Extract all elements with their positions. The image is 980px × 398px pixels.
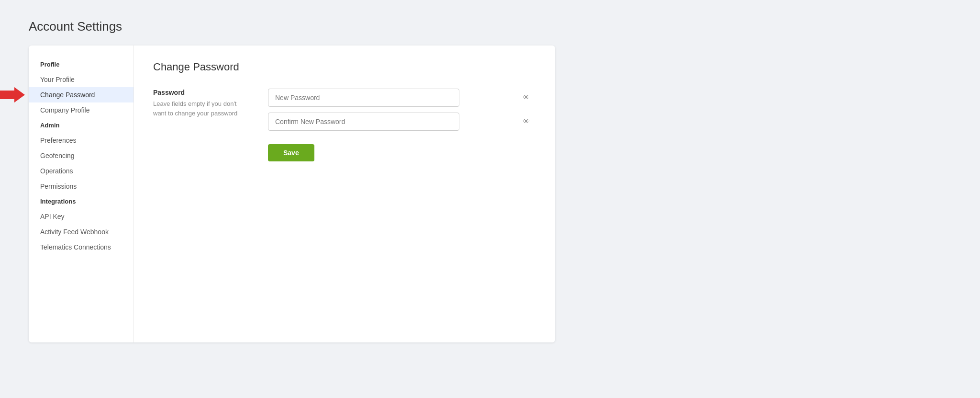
sidebar-item-your-profile[interactable]: Your Profile [29,72,134,87]
sidebar-section-integrations: Integrations API Key Activity Feed Webho… [29,194,134,255]
sidebar-item-preferences[interactable]: Preferences [29,133,134,148]
change-password-form: Password Leave fields empty if you don't… [153,89,536,161]
content-title: Change Password [153,61,536,73]
sidebar-section-profile: Profile Your Profile Change Password Com… [29,57,134,118]
form-label-area: Password Leave fields empty if you don't… [153,89,249,118]
arrow-body [0,91,14,99]
sidebar-item-permissions[interactable]: Permissions [29,179,134,194]
confirm-password-input[interactable] [268,113,459,131]
sidebar-item-operations[interactable]: Operations [29,163,134,179]
sidebar-section-admin: Admin Preferences Geofencing Operations … [29,118,134,194]
new-password-input[interactable] [268,89,459,107]
form-fields: 👁 👁 Save [268,89,536,161]
sidebar-item-change-password[interactable]: Change Password [29,87,134,102]
sidebar-item-activity-feed-webhook[interactable]: Activity Feed Webhook [29,224,134,239]
sidebar-section-header-admin: Admin [29,118,134,133]
confirm-password-eye-icon[interactable]: 👁 [523,117,530,126]
sidebar-section-header-integrations: Integrations [29,194,134,209]
save-button-wrapper: Save [268,136,536,161]
sidebar-item-company-profile[interactable]: Company Profile [29,102,134,118]
page-title: Account Settings [29,19,951,34]
sidebar-section-header-profile: Profile [29,57,134,72]
form-label-hint: Leave fields empty if you don't want to … [153,99,249,118]
save-button[interactable]: Save [268,144,314,161]
sidebar-item-telematics-connections[interactable]: Telematics Connections [29,239,134,255]
confirm-password-wrapper: 👁 [268,113,536,131]
sidebar: Profile Your Profile Change Password Com… [29,45,134,342]
arrow-head [14,87,25,102]
new-password-wrapper: 👁 [268,89,536,107]
sidebar-item-geofencing[interactable]: Geofencing [29,148,134,163]
sidebar-item-api-key[interactable]: API Key [29,209,134,224]
form-label-title: Password [153,89,249,96]
main-card: Profile Your Profile Change Password Com… [29,45,555,342]
arrow-indicator [0,87,25,102]
content-area: Change Password Password Leave fields em… [134,45,555,342]
new-password-eye-icon[interactable]: 👁 [523,93,530,102]
